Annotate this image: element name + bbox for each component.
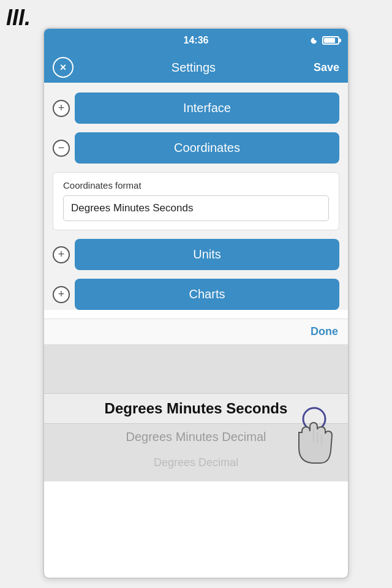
units-toggle[interactable]: +	[53, 246, 70, 263]
units-button[interactable]: Units	[75, 239, 339, 270]
done-bar: Done	[44, 318, 348, 344]
close-button[interactable]: ×	[53, 57, 74, 78]
moon-icon	[310, 36, 318, 45]
coordinates-button[interactable]: Coordinates	[75, 132, 339, 164]
charts-section-row: + Charts	[53, 279, 339, 310]
save-button[interactable]: Save	[314, 61, 339, 74]
settings-content: + Interface − Coordinates Coordinates fo…	[44, 83, 348, 310]
status-icons	[310, 36, 339, 45]
units-section-row: + Units	[53, 239, 339, 270]
picker-options: Degrees Minutes Seconds Degrees Minutes …	[44, 393, 348, 481]
charts-toggle[interactable]: +	[53, 286, 70, 303]
interface-section-row: + Interface	[53, 92, 339, 124]
picker-top-fade	[44, 344, 348, 393]
coordinates-format-value[interactable]: Degrees Minutes Seconds	[63, 195, 329, 221]
coordinates-expanded-panel: Coordinates format Degrees Minutes Secon…	[53, 172, 339, 230]
status-time: 14:36	[184, 35, 209, 46]
title-bar: × Settings Save	[44, 52, 348, 83]
settings-title: Settings	[172, 61, 216, 75]
battery-fill	[324, 38, 335, 43]
picker-area[interactable]: Degrees Minutes Seconds Degrees Minutes …	[44, 344, 348, 481]
charts-button[interactable]: Charts	[75, 279, 339, 310]
coordinates-format-label: Coordinates format	[63, 180, 329, 190]
coordinates-section-row: − Coordinates	[53, 132, 339, 164]
battery-icon	[322, 36, 339, 45]
step-label: III.	[6, 5, 31, 31]
close-icon: ×	[60, 62, 67, 73]
interface-toggle[interactable]: +	[53, 100, 70, 117]
phone-frame: 14:36 × Settings Save + Interface −	[43, 28, 349, 579]
done-button[interactable]: Done	[311, 325, 338, 338]
picker-option-dd[interactable]: Degrees Decimal	[44, 450, 348, 475]
picker-option-dms[interactable]: Degrees Minutes Seconds	[44, 393, 348, 424]
picker-option-dmd[interactable]: Degrees Minutes Decimal	[44, 424, 348, 450]
coordinates-toggle[interactable]: −	[53, 140, 70, 157]
interface-button[interactable]: Interface	[75, 92, 339, 124]
status-bar: 14:36	[44, 29, 348, 52]
